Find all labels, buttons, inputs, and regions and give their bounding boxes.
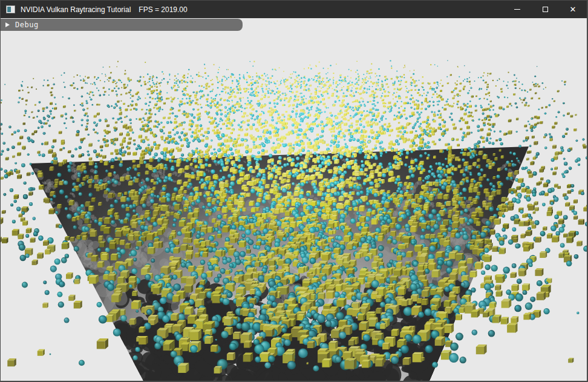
maximize-icon bbox=[543, 7, 548, 12]
debug-panel-header[interactable]: Debug bbox=[1, 19, 243, 31]
fps-counter: FPS = 2019.00 bbox=[139, 5, 187, 14]
close-button[interactable]: ✕ bbox=[559, 1, 587, 18]
close-icon: ✕ bbox=[570, 5, 577, 13]
minimize-icon bbox=[514, 9, 520, 10]
titlebar[interactable]: NVIDIA Vulkan Raytracing Tutorial FPS = … bbox=[1, 1, 587, 18]
debug-panel-label: Debug bbox=[15, 21, 39, 29]
app-icon bbox=[6, 5, 15, 13]
collapse-arrow-icon bbox=[5, 22, 10, 27]
app-window: NVIDIA Vulkan Raytracing Tutorial FPS = … bbox=[0, 0, 588, 382]
minimize-button[interactable] bbox=[503, 1, 531, 18]
render-viewport[interactable] bbox=[1, 18, 587, 381]
window-title: NVIDIA Vulkan Raytracing Tutorial bbox=[21, 5, 131, 14]
maximize-button[interactable] bbox=[531, 1, 559, 18]
